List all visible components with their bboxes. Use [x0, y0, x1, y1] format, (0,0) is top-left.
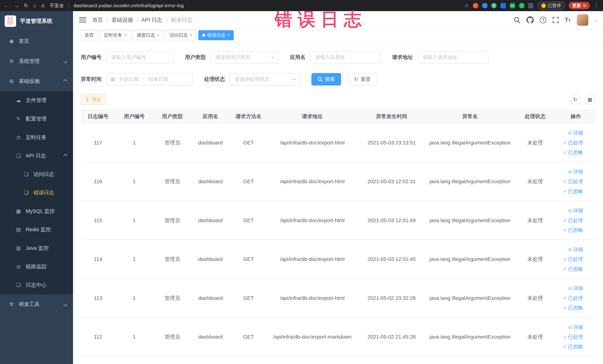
- address-bar-url[interactable]: dashboard.yudao.iocoder.cn/infra/log/api…: [74, 3, 184, 8]
- export-button-label: 导出: [92, 97, 101, 103]
- logo[interactable]: 芋道管理系统: [0, 11, 73, 31]
- extension-icon-2[interactable]: [482, 3, 487, 8]
- sidebar-item-api-log[interactable]: ❏ API 日志: [0, 146, 73, 165]
- back-icon[interactable]: ←: [4, 3, 9, 8]
- sidebar-item-label: 访问日志: [33, 171, 54, 178]
- process-status-select[interactable]: 请选择处理状态: [230, 73, 300, 85]
- reload-icon[interactable]: ↻: [24, 3, 28, 8]
- hamburger-icon[interactable]: [79, 17, 86, 23]
- search-icon[interactable]: [514, 17, 520, 23]
- breadcrumb-item[interactable]: API 日志: [141, 16, 162, 24]
- app-name-input[interactable]: [310, 51, 381, 63]
- app-name-field: 应用名: [290, 51, 381, 63]
- kebab-menu-icon[interactable]: ⋮: [594, 3, 599, 8]
- request-url-input[interactable]: [417, 51, 488, 63]
- breadcrumb-item[interactable]: 基础设施: [111, 16, 133, 24]
- cell-exception: java.lang.IllegalArgumentException: [426, 317, 514, 356]
- security-label[interactable]: 不安全: [49, 2, 64, 9]
- bookmark-star-icon[interactable]: ☆: [464, 3, 469, 8]
- detail-link[interactable]: ⊙详细: [568, 207, 583, 214]
- fullscreen-icon[interactable]: [553, 17, 559, 23]
- cell-app: dashboard: [191, 240, 229, 279]
- tab-error-log[interactable]: 错误日志 ×: [198, 30, 234, 40]
- ignored-link[interactable]: ✓已忽略: [563, 266, 583, 272]
- close-icon[interactable]: ×: [190, 33, 192, 38]
- chevron-down-icon[interactable]: [594, 18, 597, 22]
- sidebar-item-trace[interactable]: ◎ 链路追踪: [0, 257, 73, 276]
- processed-link[interactable]: ✓已处理: [563, 334, 583, 340]
- ignored-link[interactable]: ✓已忽略: [563, 188, 583, 195]
- table-row: 115 1 管理员 dashboard GET /api/infra/db-do…: [81, 201, 595, 240]
- export-button[interactable]: ↧ 导出: [81, 94, 106, 105]
- extension-icon-3[interactable]: [500, 3, 506, 8]
- ignored-link[interactable]: ✓已忽略: [563, 343, 583, 350]
- sidebar-item-redis-monitor[interactable]: ▤ Redis 监控: [0, 221, 73, 239]
- sidebar-item-infra[interactable]: ⊞ 基础设施: [0, 71, 73, 91]
- tab-home[interactable]: 首页: [81, 30, 98, 40]
- extension-on-icon[interactable]: on: [510, 3, 515, 8]
- check-icon: ✓: [563, 295, 567, 301]
- sidebar-item-dev-tools[interactable]: ⚒ 研发工具: [0, 294, 73, 314]
- font-size-icon[interactable]: TT: [565, 17, 571, 23]
- ignored-link[interactable]: ✓已忽略: [563, 227, 583, 234]
- close-icon[interactable]: ×: [124, 33, 127, 38]
- check-icon: ✓: [563, 227, 567, 233]
- date-range-picker[interactable]: ▦ 开始日期 - 结束日期: [106, 73, 193, 85]
- detail-link[interactable]: ⊙详细: [568, 285, 583, 292]
- logo-image: [5, 15, 16, 27]
- tab-access-log[interactable]: 访问日志 ×: [165, 30, 196, 40]
- user-type-select[interactable]: 请选择用户类型: [210, 51, 278, 63]
- extension-icon-5[interactable]: [528, 3, 533, 8]
- github-icon[interactable]: [526, 16, 534, 23]
- close-icon[interactable]: ×: [227, 33, 230, 38]
- sidebar-item-log-center[interactable]: ❏ 日志中心: [0, 276, 73, 294]
- processed-link[interactable]: ✓已处理: [563, 217, 583, 224]
- user-id-input[interactable]: [106, 51, 174, 63]
- refresh-button[interactable]: ↻: [570, 94, 581, 105]
- home-icon[interactable]: ⌂: [33, 3, 36, 8]
- update-button[interactable]: 更新 ↻: [569, 2, 590, 9]
- forward-icon[interactable]: →: [14, 3, 19, 8]
- sidebar-item-error-log[interactable]: ❏ 错误日志: [0, 184, 73, 202]
- processed-link[interactable]: ✓已处理: [563, 178, 583, 185]
- processed-link[interactable]: ✓已处理: [563, 140, 583, 146]
- sidebar-item-access-log[interactable]: ❏ 访问日志: [0, 165, 73, 184]
- active-dot-icon: [202, 34, 205, 37]
- sidebar-item-scheduled-job[interactable]: ◷ 定时任务: [0, 128, 73, 147]
- sidebar-item-mysql-monitor[interactable]: ▦ MySQL 监控: [0, 202, 73, 221]
- column-settings-button[interactable]: ▦: [584, 94, 595, 105]
- sidebar-item-home[interactable]: ◉ 首页: [0, 31, 73, 51]
- paused-button[interactable]: 已暂停: [537, 1, 565, 10]
- sidebar-item-config-manage[interactable]: ✎ 配置管理: [0, 110, 73, 128]
- ignored-link[interactable]: ✓已忽略: [563, 305, 583, 311]
- processed-link[interactable]: ✓已处理: [563, 295, 583, 302]
- table-row: 116 1 管理员 dashboard GET /api/infra/db-do…: [81, 162, 595, 201]
- breadcrumb-separator: /: [166, 17, 167, 23]
- tab-schedule-log[interactable]: 调度日志 ×: [133, 30, 163, 40]
- reset-button[interactable]: ↻ 重置: [348, 73, 377, 85]
- column-header: 用户类型: [153, 110, 191, 123]
- processed-link[interactable]: ✓已处理: [563, 256, 583, 263]
- ignored-link[interactable]: ✓已忽略: [563, 149, 583, 156]
- detail-link[interactable]: ⊙详细: [568, 246, 583, 253]
- search-button[interactable]: 搜索: [312, 73, 341, 85]
- extension-vue-icon[interactable]: V: [491, 3, 497, 8]
- sidebar-item-file-manage[interactable]: ☁ 文件管理: [0, 91, 73, 110]
- help-icon[interactable]: ?: [540, 17, 546, 23]
- sidebar-item-java-monitor[interactable]: ▥ Java 监控: [0, 239, 73, 257]
- close-icon[interactable]: ×: [157, 33, 159, 38]
- detail-link[interactable]: ⊙详细: [568, 168, 583, 175]
- sidebar-item-system[interactable]: ⚙ 系统管理: [0, 51, 73, 71]
- cell-status: 未处理: [514, 317, 556, 356]
- cell-user-id: 1: [115, 162, 153, 201]
- detail-link[interactable]: ⊙详细: [568, 130, 583, 136]
- action-label: 详细: [573, 130, 583, 136]
- cell-user-id: 1: [115, 240, 153, 279]
- extension-icon-1[interactable]: [473, 3, 478, 8]
- cell-method: GET: [230, 201, 267, 240]
- detail-link[interactable]: ⊙详细: [568, 324, 583, 331]
- tab-scheduled-job[interactable]: 定时任务 ×: [100, 30, 130, 40]
- breadcrumb-item[interactable]: 首页: [92, 16, 103, 24]
- avatar[interactable]: [577, 14, 588, 26]
- extension-icon-4[interactable]: [519, 3, 524, 8]
